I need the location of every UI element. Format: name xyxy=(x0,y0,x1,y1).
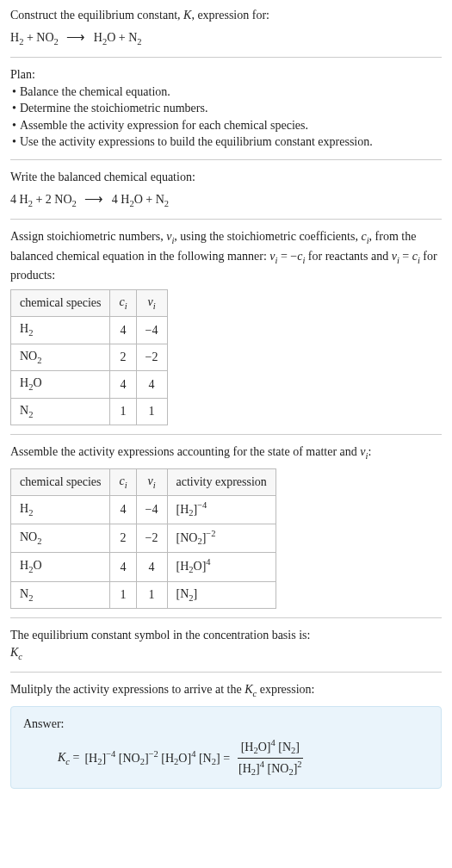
intro-line1: Construct the equilibrium constant, K, e… xyxy=(10,7,442,24)
cell-nu: 4 xyxy=(136,553,167,581)
cell-species: N2 xyxy=(11,398,110,425)
multiply-block: Mulitply the activity expressions to arr… xyxy=(10,681,442,789)
activity-table: chemical species ci νi activity expressi… xyxy=(10,468,276,609)
cell-nu: −2 xyxy=(136,344,167,370)
cell-nu: −4 xyxy=(136,317,167,344)
table-header-row: chemical species ci νi xyxy=(11,289,168,316)
cell-species: NO2 xyxy=(11,524,110,553)
plan-text: Use the activity expressions to build th… xyxy=(20,133,373,151)
bullet-icon: • xyxy=(12,133,16,151)
divider xyxy=(10,434,442,435)
col-species: chemical species xyxy=(11,468,110,495)
cell-species: H2 xyxy=(11,496,110,524)
table-row: H24−4 xyxy=(11,317,168,344)
intro-text-pre: Construct the equilibrium constant, xyxy=(10,9,183,22)
bullet-icon: • xyxy=(12,84,16,101)
kc-expression: Kc = [H2]−4 [NO2]−2 [H2O]4 [N2] = [H2O]4… xyxy=(23,737,429,779)
bullet-icon: • xyxy=(12,100,16,117)
cell-nu: 4 xyxy=(136,371,167,398)
col-nu: νi xyxy=(136,468,167,495)
col-activity: activity expression xyxy=(167,468,276,495)
col-species: chemical species xyxy=(11,289,110,316)
cell-c: 4 xyxy=(110,496,136,524)
multiply-text: Mulitply the activity expressions to arr… xyxy=(10,681,442,700)
basis-symbol: Kc xyxy=(10,644,442,663)
plan-item: •Balance the chemical equation. xyxy=(10,84,442,101)
intro-text-post: , expression for: xyxy=(191,9,269,22)
sp-n2: N2 xyxy=(156,193,169,206)
sp-h2: H2 xyxy=(20,193,33,206)
kc-lhs: Kc = xyxy=(58,749,79,768)
cell-c: 4 xyxy=(110,371,136,398)
cell-activity: [H2O]4 xyxy=(167,553,276,581)
cell-c: 1 xyxy=(110,581,136,608)
sp-n2: N2 xyxy=(128,31,141,44)
table-row: NO22−2 xyxy=(11,344,168,370)
cell-species: NO2 xyxy=(11,344,110,370)
plan-item: •Assemble the activity expression for ea… xyxy=(10,117,442,134)
kc-denominator: [H2]4 [NO2]2 xyxy=(235,759,306,779)
stoich-table: chemical species ci νi H24−4 NO22−2 H2O4… xyxy=(10,289,168,425)
divider xyxy=(10,617,442,618)
plan-title: Plan: xyxy=(10,66,442,84)
intro-K: K xyxy=(183,9,191,22)
divider xyxy=(10,57,442,58)
table-row: H2O44[H2O]4 xyxy=(11,553,276,581)
kc-fraction: [H2O]4 [N2] [H2]4 [NO2]2 xyxy=(235,737,306,779)
kc-flat: [H2]−4 [NO2]−2 [H2O]4 [N2] = xyxy=(84,748,230,769)
col-c: ci xyxy=(110,468,136,495)
arrow-icon: ⟶ xyxy=(66,29,85,44)
plan-block: Plan: •Balance the chemical equation. •D… xyxy=(10,66,442,151)
cell-c: 2 xyxy=(110,524,136,553)
plan-text: Determine the stoichiometric numbers. xyxy=(20,100,208,117)
bullet-icon: • xyxy=(12,117,16,134)
cell-nu: −2 xyxy=(136,524,167,553)
plan-item: •Determine the stoichiometric numbers. xyxy=(10,100,442,117)
table-row: H24−4[H2]−4 xyxy=(11,496,276,524)
answer-label: Answer: xyxy=(23,716,429,733)
activity-block: Assemble the activity expressions accoun… xyxy=(10,443,442,609)
cell-nu: −4 xyxy=(136,496,167,524)
divider xyxy=(10,672,442,673)
stoich-block: Assign stoichiometric numbers, νi, using… xyxy=(10,228,442,425)
cell-activity: [N2] xyxy=(167,581,276,608)
balanced-block: Write the balanced chemical equation: 4 … xyxy=(10,169,442,210)
cell-c: 4 xyxy=(110,317,136,344)
cell-c: 2 xyxy=(110,344,136,370)
table-header-row: chemical species ci νi activity expressi… xyxy=(11,468,276,495)
balanced-equation: 4 H2 + 2 NO2 ⟶ 4 H2O + N2 xyxy=(10,189,442,210)
table-row: NO22−2[NO2]−2 xyxy=(11,524,276,553)
sp-no2: NO2 xyxy=(36,31,58,44)
plan-text: Balance the chemical equation. xyxy=(20,84,170,101)
balanced-title: Write the balanced chemical equation: xyxy=(10,169,442,186)
table-row: N211[N2] xyxy=(11,581,276,608)
sp-no2: NO2 xyxy=(54,193,76,206)
cell-species: H2O xyxy=(11,371,110,398)
arrow-icon: ⟶ xyxy=(84,191,103,206)
cell-species: N2 xyxy=(11,581,110,608)
sp-h2o: H2O xyxy=(94,31,116,44)
cell-nu: 1 xyxy=(136,398,167,425)
cell-c: 4 xyxy=(110,553,136,581)
col-nu: νi xyxy=(136,289,167,316)
col-c: ci xyxy=(110,289,136,316)
sp-h2o: H2O xyxy=(121,193,143,206)
answer-box: Answer: Kc = [H2]−4 [NO2]−2 [H2O]4 [N2] … xyxy=(10,706,442,790)
divider xyxy=(10,159,442,160)
plan-item: •Use the activity expressions to build t… xyxy=(10,133,442,151)
cell-activity: [H2]−4 xyxy=(167,496,276,524)
divider xyxy=(10,219,442,220)
cell-species: H2 xyxy=(11,317,110,344)
plan-text: Assemble the activity expression for eac… xyxy=(20,117,308,134)
sp-h2: H2 xyxy=(10,31,23,44)
cell-species: H2O xyxy=(11,553,110,581)
table-row: N211 xyxy=(11,398,168,425)
basis-block: The equilibrium constant symbol in the c… xyxy=(10,627,442,663)
cell-c: 1 xyxy=(110,398,136,425)
cell-nu: 1 xyxy=(136,581,167,608)
cell-activity: [NO2]−2 xyxy=(167,524,276,553)
table-row: H2O44 xyxy=(11,371,168,398)
basis-line1: The equilibrium constant symbol in the c… xyxy=(10,627,442,644)
intro-block: Construct the equilibrium constant, K, e… xyxy=(10,7,442,48)
kc-numerator: [H2O]4 [N2] xyxy=(238,737,303,759)
